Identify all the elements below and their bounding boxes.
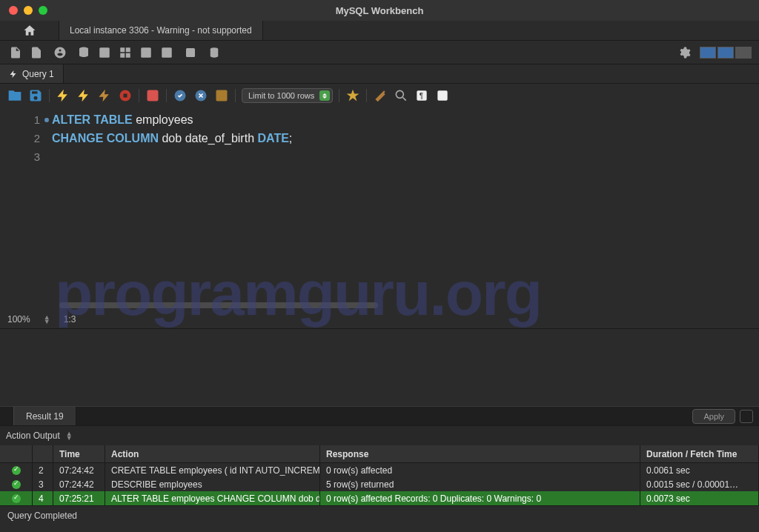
query-tab-label: Query 1 [22,69,54,79]
result-tab-bar: Result 19 Apply [0,406,759,426]
zoom-window-button[interactable] [39,6,47,15]
db-icon-5[interactable] [159,44,175,61]
svg-rect-12 [148,90,159,102]
output-cell-action: ALTER TABLE employees CHANGE COLUMN dob … [105,491,320,505]
svg-text:¶: ¶ [420,92,423,100]
revert-button[interactable] [740,410,753,423]
new-sql-tab-icon[interactable] [7,44,24,61]
main-toolbar [0,41,759,64]
stop-icon[interactable] [118,88,133,103]
home-icon [23,24,36,37]
apply-button[interactable]: Apply [692,409,735,424]
line-gutter: 1 2 3 [0,107,52,310]
output-cell-response: 0 row(s) affected [320,463,640,477]
commit-icon[interactable] [173,88,188,103]
right-panel-toggle[interactable] [735,47,752,59]
gutter-line-2: 2 [0,129,52,147]
output-cell-index: 2 [33,463,53,477]
output-cell-index: 4 [33,491,53,505]
connection-tab-bar: Local instance 3306 - Warning - not supp… [0,21,759,41]
limit-rows-select[interactable]: Limit to 1000 rows [242,88,333,103]
code-line-2: CHANGE COLUMN dob date_of_birth DATE; [52,129,759,147]
db-icon-4[interactable] [138,44,154,61]
home-tab[interactable] [0,21,59,40]
panel-toggles [700,47,752,59]
svg-rect-1 [99,47,110,58]
svg-rect-7 [162,47,172,58]
editor-status-bar: 100% ▲▼ 1:3 [0,310,759,329]
output-header-action: Action [105,445,320,462]
connection-tab[interactable]: Local instance 3306 - Warning - not supp… [59,21,263,40]
output-header-status [0,445,33,462]
zoom-level: 100% [7,314,30,325]
autocommit-icon[interactable] [214,88,229,103]
output-header-response: Response [320,445,640,462]
execute-icon[interactable] [56,88,70,103]
rollback-icon[interactable] [193,88,208,103]
output-cell-duration: 0.0061 sec [640,463,759,477]
svg-rect-15 [216,90,228,102]
result-tab[interactable]: Result 19 [13,407,76,425]
settings-gear-icon[interactable] [676,44,692,61]
bottom-panel-toggle[interactable] [717,47,734,59]
favorite-icon[interactable] [345,88,360,103]
explain-icon[interactable] [97,88,112,103]
results-area [0,329,759,406]
status-ok-icon [12,494,21,503]
output-row[interactable]: 307:24:42DESCRIBE employees5 row(s) retu… [0,477,759,491]
svg-rect-3 [126,47,130,52]
output-cell-duration: 0.0015 sec / 0.00001… [640,477,759,491]
beautify-icon[interactable] [373,88,388,103]
output-cell-index: 3 [33,477,53,491]
code-line-3 [52,147,759,166]
sql-toolbar: Limit to 1000 rows ¶ [0,84,759,107]
save-file-icon[interactable] [28,88,43,103]
db-icon-1[interactable] [76,44,92,61]
invisible-chars-icon[interactable]: ¶ [414,88,429,103]
svg-rect-5 [126,53,130,57]
output-row[interactable]: 207:24:42CREATE TABLE employees ( id INT… [0,463,759,477]
open-file-icon[interactable] [7,88,22,103]
db-icon-7[interactable] [206,44,222,61]
svg-rect-11 [124,94,127,98]
close-window-button[interactable] [9,6,18,15]
output-cell-duration: 0.0073 sec [640,491,759,505]
svg-rect-6 [141,47,151,58]
output-cell-time: 07:24:42 [53,463,105,477]
code-area[interactable]: ALTER TABLE employees CHANGE COLUMN dob … [52,107,759,310]
gutter-line-1: 1 [0,110,52,129]
db-icon-6[interactable] [182,44,199,61]
output-header-duration: Duration / Fetch Time [640,445,759,462]
sql-editor[interactable]: 1 2 3 ALTER TABLE employees CHANGE COLUM… [0,107,759,310]
select-arrows-icon [319,90,330,101]
db-icon-2[interactable] [96,44,113,61]
output-header-time: Time [53,445,105,462]
output-grid: Time Action Response Duration / Fetch Ti… [0,445,759,505]
output-cell-time: 07:24:42 [53,477,105,491]
output-cell-action: CREATE TABLE employees ( id INT AUTO_INC… [105,463,320,477]
wrap-icon[interactable] [435,88,450,103]
find-icon[interactable] [394,88,408,103]
minimize-window-button[interactable] [24,6,33,15]
query-tab[interactable]: Query 1 [0,64,64,83]
inspector-icon[interactable] [52,44,68,61]
window-title: MySQL Workbench [336,5,424,16]
action-output-header: Action Output ▲▼ [0,426,759,445]
output-cell-response: 5 row(s) returned [320,477,640,491]
output-selector-icon[interactable]: ▲▼ [66,431,73,440]
horizontal-scrollbar[interactable] [59,302,378,308]
status-ok-icon [12,466,21,475]
output-header-row: Time Action Response Duration / Fetch Ti… [0,445,759,463]
left-panel-toggle[interactable] [700,47,716,59]
no-limit-icon[interactable] [145,88,160,103]
zoom-stepper[interactable]: ▲▼ [44,315,50,324]
execute-current-icon[interactable] [76,88,91,103]
gutter-line-3: 3 [0,147,52,166]
output-row[interactable]: 407:25:21ALTER TABLE employees CHANGE CO… [0,491,759,505]
output-cell-action: DESCRIBE employees [105,477,320,491]
svg-rect-19 [438,90,448,100]
open-sql-file-icon[interactable] [28,44,44,61]
db-icon-3[interactable] [117,44,133,61]
svg-point-16 [397,90,404,98]
status-ok-icon [12,480,21,489]
